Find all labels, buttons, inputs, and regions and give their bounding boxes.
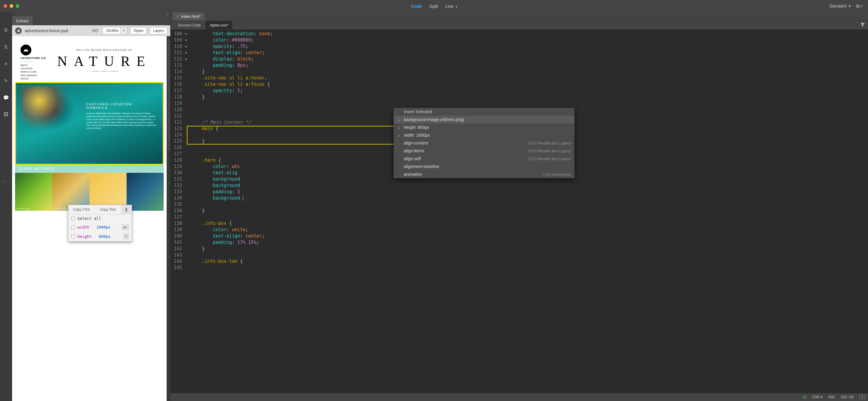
styles-button[interactable]: Styles: [130, 27, 147, 34]
view-split[interactable]: Split: [430, 4, 438, 9]
status-bar: CSS ▾ INS 135:16: [170, 393, 868, 401]
select-all-checkbox[interactable]: [71, 217, 75, 221]
css-prop-row[interactable]: width : 1600px ; px: [68, 223, 132, 232]
hotspots-title: GLOBAL HOT SPOTS: [15, 165, 164, 173]
psd-document-name: adventureco-home.psd: [25, 28, 90, 33]
autocomplete-item[interactable]: align-selfCSS Flexible Box Layout: [394, 155, 575, 163]
collapse-panel-icon[interactable]: «: [167, 12, 168, 16]
filter-icon[interactable]: [860, 23, 865, 28]
file-icon[interactable]: 🗎: [3, 27, 9, 33]
layers-button[interactable]: Layers: [150, 27, 167, 34]
workspace-dropdown[interactable]: Standard ▾: [829, 4, 851, 8]
comment-icon[interactable]: 💬: [3, 95, 9, 101]
autocomplete-item[interactable]: ⇣height: 800px: [394, 124, 575, 131]
layout-icon[interactable]: [860, 395, 865, 399]
autocomplete-item[interactable]: ⇣width: 1600px: [394, 131, 575, 139]
brand-name: ADVENTURE CO.: [21, 57, 51, 60]
image-icon[interactable]: 🖼: [3, 111, 9, 118]
insert-mode[interactable]: INS: [829, 395, 835, 399]
fit-label: FIT: [93, 29, 98, 33]
close-tab-icon[interactable]: ×: [177, 14, 179, 19]
unit-toggle[interactable]: px: [122, 224, 129, 230]
titlebar: Code Split Live ▾ Standard ▾ ⚙✓: [0, 0, 868, 12]
autocomplete-item[interactable]: align-itemsCSS Flexible Box Layout: [394, 147, 575, 155]
file-tab[interactable]: × index.html*: [173, 12, 205, 21]
autocomplete-item[interactable]: ⇣background-image:url(hero.png): [394, 115, 575, 124]
autocomplete-header: Insert Selected: [394, 108, 575, 115]
hero-kicker: WE CAN NEVER HAVE ENOUGH OF: [51, 49, 158, 52]
extract-panel: « Extract ⊚ adventureco-home.psd FIT ▼ S…: [12, 12, 170, 401]
view-live[interactable]: Live ▾: [445, 4, 457, 9]
minimize-window-icon[interactable]: [10, 4, 13, 8]
creative-cloud-icon[interactable]: ⊚: [15, 27, 22, 34]
featured-location-paragraph: Known as "Nature Isle of the Caribbean".…: [87, 112, 157, 130]
zoom-dropdown-icon[interactable]: ▼: [121, 27, 127, 34]
zoom-input[interactable]: [102, 27, 121, 34]
unit-toggle[interactable]: %: [124, 234, 129, 239]
fold-column[interactable]: ▼ ▼ ▼ ▼ ▼: [185, 30, 189, 393]
gear-icon[interactable]: ⚙✓: [856, 3, 864, 9]
brand-logo-icon: [21, 44, 31, 56]
download-asset-button[interactable]: [121, 205, 132, 214]
extract-css-popover: Copy CSS Copy Text Select all width : 16…: [68, 205, 132, 241]
related-file-tab[interactable]: styles.css*: [206, 21, 232, 29]
window-controls: [0, 4, 19, 8]
swap-icon[interactable]: ⇅: [3, 44, 9, 50]
close-window-icon[interactable]: [4, 4, 7, 8]
extract-doc-bar: ⊚ adventureco-home.psd FIT ▼ Styles Laye…: [12, 25, 170, 36]
extract-scrollbar[interactable]: [167, 36, 170, 401]
psd-canvas[interactable]: ADVENTURE CO. ~~~~~~~~~~~~~~~ ABOUTLOCAT…: [12, 36, 167, 401]
code-area[interactable]: 108 109 110 111 112 113 114 115 116 117 …: [170, 30, 868, 393]
source-code-link[interactable]: Source Code: [174, 21, 204, 29]
autocomplete-popup: Insert Selected ⇣background-image:url(he…: [394, 108, 575, 178]
cursor-position: 135:16: [841, 395, 854, 399]
css-prop-row[interactable]: height : 800px ; %: [68, 232, 132, 241]
autocomplete-item[interactable]: align-contentCSS Flexible Box Layout: [394, 139, 575, 147]
code-editor-panel: × index.html* Source Code styles.css* 10…: [170, 12, 868, 401]
tab-extract[interactable]: Extract: [12, 16, 33, 25]
autocomplete-item[interactable]: alignment-baseline: [394, 163, 575, 170]
zoom-window-icon[interactable]: [16, 4, 19, 8]
view-code[interactable]: Code: [411, 4, 422, 9]
status-ok-icon[interactable]: [803, 396, 806, 399]
language-mode[interactable]: CSS ▾: [812, 395, 823, 399]
hero-quote-source: — HENRY DAVID THOREAU: [51, 70, 158, 72]
wand-icon[interactable]: ✳: [3, 61, 9, 67]
copy-css-button[interactable]: Copy CSS: [68, 205, 95, 214]
featured-location-heading: FEATURED LOCATION : DOMINICA: [87, 102, 157, 109]
psd-nav: ABOUTLOCATIONSNEWS & CLUBSFIELD REPORTSS…: [21, 64, 51, 80]
panel-drag-icon[interactable]: ⋯: [2, 179, 6, 184]
hero-title: NATURE: [51, 53, 158, 69]
select-all-label: Select all: [78, 216, 101, 221]
tool-rail: 🗎 ⇅ ✳ ✎ 💬 🖼: [0, 12, 12, 401]
view-switcher: Code Split Live ▾: [411, 4, 457, 9]
autocomplete-item[interactable]: animationCSS Animations: [394, 170, 575, 178]
selected-layer[interactable]: ~~~~~~~~~~~~~~~~~~~~~~~~~~~~~~~~~~~~~~~~…: [15, 82, 164, 165]
brush-icon[interactable]: ✎: [3, 78, 9, 84]
copy-text-button[interactable]: Copy Text: [95, 205, 121, 214]
chevron-down-icon: ▾: [455, 5, 457, 8]
line-gutter: 108 109 110 111 112 113 114 115 116 117 …: [170, 30, 185, 393]
